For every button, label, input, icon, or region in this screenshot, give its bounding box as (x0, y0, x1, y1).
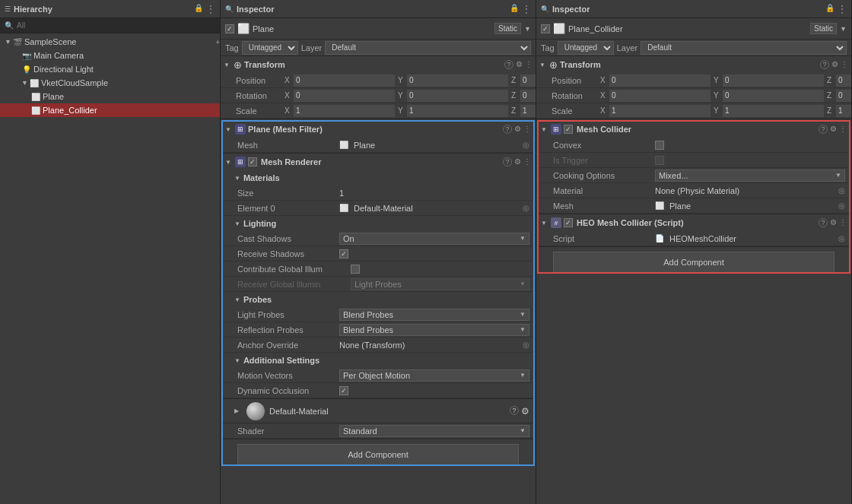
static-badge-right[interactable]: Static (810, 23, 837, 34)
question-icon-hs[interactable]: ? (819, 218, 828, 227)
anchor-select-icon[interactable]: ◎ (523, 341, 529, 349)
add-component-button-left[interactable]: Add Component (237, 444, 519, 465)
more-icon-mr[interactable]: ⋮ (523, 157, 531, 166)
inspector-header-left: 🔍 Inspector 🔒 ⋮ (221, 0, 536, 18)
static-arrow-icon-right[interactable]: ▼ (840, 25, 847, 33)
inspector-title-left: Inspector (237, 5, 275, 14)
question-icon-tr[interactable]: ? (820, 60, 829, 69)
rot-z-r[interactable] (836, 90, 851, 102)
transform-header-right[interactable]: ▼ ⊕ Transform ? ⚙ ⋮ (536, 56, 851, 73)
settings-icon-tr[interactable]: ⚙ (831, 60, 838, 69)
layer-select-right[interactable]: Default (641, 41, 847, 55)
additional-settings-section[interactable]: ▼ Additional Settings (222, 353, 534, 368)
heo-script-header-icons: ? ⚙ ⋮ (819, 218, 847, 227)
cast-shadows-dropdown[interactable]: On ▼ (339, 233, 529, 245)
hierarchy-item-plane-collider[interactable]: ⬜ Plane_Collider (0, 103, 220, 117)
sy-label: Y (398, 106, 405, 115)
question-icon-t[interactable]: ? (504, 60, 513, 69)
settings-icon-mat[interactable]: ⚙ (521, 406, 529, 417)
mesh-collider-enabled[interactable] (564, 125, 573, 134)
cooking-options-dropdown[interactable]: Mixed... ▼ (655, 170, 845, 182)
position-z-input[interactable] (520, 74, 536, 87)
more-icon-mc[interactable]: ⋮ (839, 125, 847, 134)
add-scene-icon[interactable]: + (215, 38, 220, 46)
more-icon-tr[interactable]: ⋮ (841, 60, 848, 69)
object-enabled-checkbox[interactable] (225, 24, 234, 33)
pos-z-r[interactable] (836, 74, 851, 87)
settings-icon-hs[interactable]: ⚙ (830, 218, 837, 227)
motion-vectors-dropdown[interactable]: Per Object Motion ▼ (339, 369, 529, 382)
settings-icon-mf[interactable]: ⚙ (514, 125, 521, 134)
more-icon-t[interactable]: ⋮ (525, 60, 532, 69)
mesh-renderer-enabled[interactable] (248, 157, 257, 166)
static-badge[interactable]: Static (494, 23, 521, 34)
more-icon-right[interactable]: ⋮ (838, 4, 847, 14)
hierarchy-item-vketcloudsample[interactable]: ▼ ⬜ VketCloudSample (0, 76, 220, 90)
hierarchy-item-main-camera[interactable]: 📷 Main Camera (0, 49, 220, 62)
object-enabled-checkbox-right[interactable] (541, 24, 550, 33)
position-x-input[interactable] (294, 74, 395, 87)
object-name-input[interactable] (253, 24, 491, 33)
static-arrow-icon[interactable]: ▼ (524, 25, 531, 33)
more-icon[interactable]: ⋮ (206, 4, 215, 14)
more-icon-mf[interactable]: ⋮ (523, 125, 531, 134)
hierarchy-item-directional-light[interactable]: 💡 Directional Light (0, 62, 220, 76)
materials-section[interactable]: ▼ Materials (222, 170, 534, 185)
rotation-y-input[interactable] (407, 90, 508, 102)
collider-mesh-select-icon[interactable]: ◎ (838, 201, 845, 210)
search-input[interactable] (17, 21, 215, 30)
pos-y-r[interactable] (723, 74, 824, 87)
mesh-select-icon[interactable]: ◎ (523, 141, 529, 149)
question-icon-mc[interactable]: ? (819, 125, 828, 134)
more-icon-hs[interactable]: ⋮ (839, 218, 847, 227)
collider-material-select-icon[interactable]: ◎ (838, 186, 845, 195)
sc-x-r[interactable] (609, 105, 711, 117)
layer-select[interactable]: Default (325, 41, 531, 55)
question-icon-mf[interactable]: ? (503, 125, 512, 134)
shader-dropdown[interactable]: Standard ▼ (339, 425, 529, 437)
question-icon-mr[interactable]: ? (503, 157, 512, 166)
transform-header-left[interactable]: ▼ ⊕ Transform ? ⚙ ⋮ (221, 56, 536, 73)
hierarchy-item-plane[interactable]: ⬜ Plane (0, 90, 220, 103)
sc-z-r[interactable] (836, 105, 851, 117)
tag-select[interactable]: Untagged (242, 41, 298, 55)
object-name-input-right[interactable] (568, 24, 807, 33)
scale-z-input[interactable] (520, 105, 536, 117)
script-select-icon[interactable]: ◎ (838, 234, 845, 242)
rot-x-r[interactable] (609, 90, 711, 102)
x-label: X (285, 76, 292, 84)
probes-section[interactable]: ▼ Probes (222, 292, 534, 307)
lighting-section[interactable]: ▼ Lighting (222, 216, 534, 231)
scale-y-input[interactable] (407, 105, 508, 117)
light-probes-dropdown[interactable]: Blend Probes ▼ (339, 309, 529, 321)
receive-global-dropdown[interactable]: Light Probes ▼ (351, 278, 529, 290)
heo-script-enabled[interactable] (564, 218, 573, 227)
question-icon-mat[interactable]: ? (510, 406, 519, 415)
reflection-probes-dropdown[interactable]: Blend Probes ▼ (339, 324, 529, 336)
hierarchy-item-samplescene[interactable]: ▼ 🎬 SampleScene + (0, 35, 220, 49)
position-y-input[interactable] (407, 74, 508, 87)
rotation-z-input[interactable] (520, 90, 536, 102)
material-name: Default-Material (269, 407, 505, 416)
settings-icon-mc[interactable]: ⚙ (830, 125, 837, 134)
mesh-filter-header[interactable]: ▼ ⊞ Plane (Mesh Filter) ? ⚙ ⋮ (222, 121, 534, 138)
element0-select-icon[interactable]: ◎ (523, 204, 529, 212)
sc-y-r[interactable] (723, 105, 824, 117)
convex-checkbox[interactable] (655, 141, 664, 150)
rot-y-r[interactable] (723, 90, 824, 102)
settings-icon-mr[interactable]: ⚙ (514, 157, 521, 166)
scale-x-input[interactable] (294, 105, 395, 117)
settings-icon-t[interactable]: ⚙ (516, 60, 523, 69)
add-component-button-right[interactable]: Add Component (553, 252, 835, 273)
is-trigger-checkbox[interactable] (655, 156, 664, 165)
pos-x-r[interactable] (609, 74, 711, 87)
rotation-x-input[interactable] (294, 90, 395, 102)
receive-shadows-checkbox[interactable] (339, 249, 348, 258)
mesh-collider-header[interactable]: ▼ ⊞ Mesh Collider ? ⚙ ⋮ (538, 121, 850, 138)
dynamic-occlusion-checkbox[interactable] (339, 386, 348, 395)
heo-script-header[interactable]: ▼ # HEO Mesh Collider (Script) ? ⚙ ⋮ (538, 214, 850, 231)
mesh-renderer-header[interactable]: ▼ ⊞ Mesh Renderer ? ⚙ ⋮ (222, 154, 534, 170)
contribute-checkbox[interactable] (351, 265, 360, 274)
more-icon-left[interactable]: ⋮ (522, 4, 531, 14)
tag-select-right[interactable]: Untagged (558, 41, 614, 55)
